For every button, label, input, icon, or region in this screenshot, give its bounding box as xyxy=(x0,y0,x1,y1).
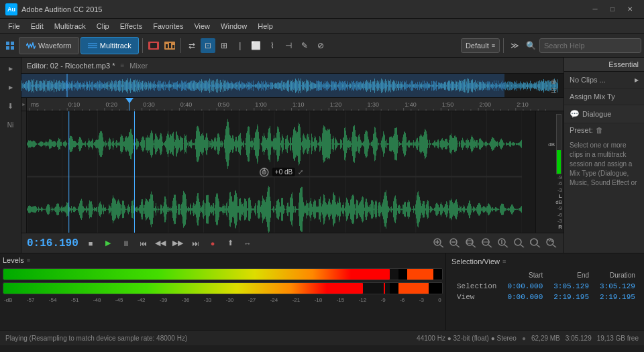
time-select-icon[interactable]: ⊞ xyxy=(217,38,231,53)
transport-time: 0:16.190 xyxy=(27,237,80,249)
search-icon[interactable]: 🔍 xyxy=(523,38,538,53)
col-start: Start xyxy=(502,271,548,281)
zoom-in-time[interactable] xyxy=(432,238,445,249)
cursor-icon[interactable]: | xyxy=(233,38,248,53)
sample-icon[interactable]: ⊘ xyxy=(313,38,328,53)
col-duration: Duration xyxy=(594,271,641,281)
play-button[interactable]: ▶ xyxy=(101,236,115,251)
svg-rect-25 xyxy=(467,241,472,243)
expand-vol-icon[interactable]: ⤢ xyxy=(298,168,303,176)
selection-menu-icon[interactable]: ≡ xyxy=(502,258,506,265)
default-dropdown[interactable]: Default ≡ xyxy=(461,38,500,53)
view-duration[interactable]: 2:19.195 xyxy=(594,292,641,302)
eq-icon[interactable] xyxy=(162,38,177,53)
l-button[interactable]: L xyxy=(559,193,562,199)
vu-m6: -6 xyxy=(537,180,562,186)
selection-start[interactable]: 0:00.000 xyxy=(502,281,548,292)
overview-zoom-icon[interactable]: ⊕ xyxy=(551,78,556,85)
overview-list-icon[interactable]: ☰ xyxy=(551,86,557,94)
playhead-marker xyxy=(125,98,133,103)
zoom-in-amplitude[interactable] xyxy=(496,238,510,249)
left-labels xyxy=(21,111,27,233)
levels-label: Levels xyxy=(3,256,24,264)
fast-forward-button[interactable]: ▶▶ xyxy=(170,236,185,251)
link-icon[interactable] xyxy=(259,167,270,178)
left-sidebar: ▶ ▶ ⬇ Ni xyxy=(0,58,21,253)
record-button[interactable]: ● xyxy=(205,236,220,251)
menu-multitrack[interactable]: Multitrack xyxy=(49,21,91,32)
vu-bot-m3: -3 xyxy=(537,218,562,224)
select-tool-icon[interactable]: ⊡ xyxy=(201,38,215,53)
assign-mix-button[interactable]: Assign Mix Ty xyxy=(564,89,644,105)
multitrack-tab[interactable]: Multitrack xyxy=(80,37,139,54)
view-start[interactable]: 0:00.000 xyxy=(502,292,548,302)
menu-favorites[interactable]: Favorites xyxy=(148,21,189,32)
search-input[interactable] xyxy=(544,42,637,50)
marquee-icon[interactable]: ⬜ xyxy=(249,38,264,53)
essential-header: Essential xyxy=(564,58,644,72)
speech-icon: 💬 xyxy=(570,109,580,119)
levels-menu-icon[interactable]: ≡ xyxy=(27,257,30,263)
zoom-selection-in[interactable] xyxy=(464,238,478,249)
menu-view[interactable]: View xyxy=(189,21,215,32)
rewind-button[interactable]: ◀◀ xyxy=(153,236,168,251)
zoom-full-amplitude[interactable] xyxy=(529,238,542,249)
minimize-button[interactable]: ─ xyxy=(586,3,604,15)
ruler-canvas xyxy=(30,99,553,111)
menu-window[interactable]: Window xyxy=(215,21,252,32)
file-size: 62,29 MB xyxy=(531,335,560,342)
vu-labels-panel: dB -9 -6 -3 L dB -9 -6 -3 R xyxy=(535,111,564,233)
goto-end-button[interactable]: ⏭ xyxy=(188,236,203,251)
output-button[interactable]: ↔ xyxy=(240,236,255,251)
waveform-tab[interactable]: Waveform xyxy=(19,37,79,54)
stop-button[interactable]: ■ xyxy=(83,236,98,251)
editor-tab-menu[interactable]: ≡ xyxy=(120,62,124,69)
zoom-selection-amplitude[interactable] xyxy=(545,238,558,249)
view-end[interactable]: 2:19.195 xyxy=(548,292,594,302)
loop-button[interactable]: ⬆ xyxy=(223,236,237,251)
menu-file[interactable]: File xyxy=(3,21,25,32)
pause-button[interactable]: ⏸ xyxy=(118,236,133,251)
sidebar-arrow-2[interactable]: ▶ xyxy=(3,79,19,95)
menu-clip[interactable]: Clip xyxy=(91,21,115,32)
main-area: ▶ ▶ ⬇ Ni Editor: 02 - Ricochet.mp3 * ≡ M… xyxy=(0,58,644,253)
sidebar-n-icon[interactable]: Ni xyxy=(3,117,19,133)
menu-effects[interactable]: Effects xyxy=(115,21,148,32)
search-help-box[interactable] xyxy=(539,38,641,53)
maximize-button[interactable]: □ xyxy=(604,3,621,15)
sidebar-arrow-top[interactable]: ▶ xyxy=(3,60,19,76)
view-row: View 0:00.000 2:19.195 2:19.195 xyxy=(451,292,641,302)
right-panel: Essential No Clips ... ▶ Assign Mix Ty 💬… xyxy=(564,58,644,253)
selection-end[interactable]: 3:05.129 xyxy=(548,281,594,292)
dialogue-button[interactable]: 💬 Dialogue xyxy=(564,105,644,123)
no-clips-button[interactable]: No Clips ... ▶ xyxy=(564,72,644,89)
menu-edit[interactable]: Edit xyxy=(25,21,49,32)
broadcast-icon[interactable] xyxy=(146,38,161,53)
preset-row: Preset: 🗑 xyxy=(564,123,644,137)
close-button[interactable]: ✕ xyxy=(621,3,639,15)
sidebar-download-icon[interactable]: ⬇ xyxy=(3,98,19,114)
move-tool-icon[interactable]: ⇄ xyxy=(184,38,199,53)
slip-icon[interactable]: ⊣ xyxy=(281,38,296,53)
preset-delete-icon[interactable]: 🗑 xyxy=(596,126,603,134)
pencil-icon[interactable]: ✎ xyxy=(297,38,312,53)
svg-rect-2 xyxy=(6,46,9,50)
r-button[interactable]: R xyxy=(558,224,562,230)
toolbar-grid-icon[interactable] xyxy=(3,38,17,53)
more-tools-icon[interactable]: ≫ xyxy=(507,38,522,53)
mixer-tab[interactable]: Mixer xyxy=(129,62,148,70)
app-icon: Au xyxy=(5,3,17,15)
vu-m3: -3 xyxy=(537,187,562,193)
menu-help[interactable]: Help xyxy=(252,21,278,32)
view-row-label: View xyxy=(451,292,502,302)
zoom-out-time[interactable] xyxy=(448,238,462,249)
svg-rect-3 xyxy=(11,46,14,50)
zoom-all[interactable] xyxy=(480,238,494,249)
razor-icon[interactable]: ⌇ xyxy=(265,38,280,53)
status-text: Playing (Resampling to match device samp… xyxy=(5,335,187,342)
selection-duration[interactable]: 3:05.129 xyxy=(594,281,641,292)
goto-start-button[interactable]: ⏮ xyxy=(136,236,150,251)
duration-status: 3:05.129 xyxy=(566,335,592,342)
waveform-canvas[interactable]: +0 dB ⤢ xyxy=(27,111,535,233)
zoom-out-amplitude[interactable] xyxy=(513,238,526,249)
